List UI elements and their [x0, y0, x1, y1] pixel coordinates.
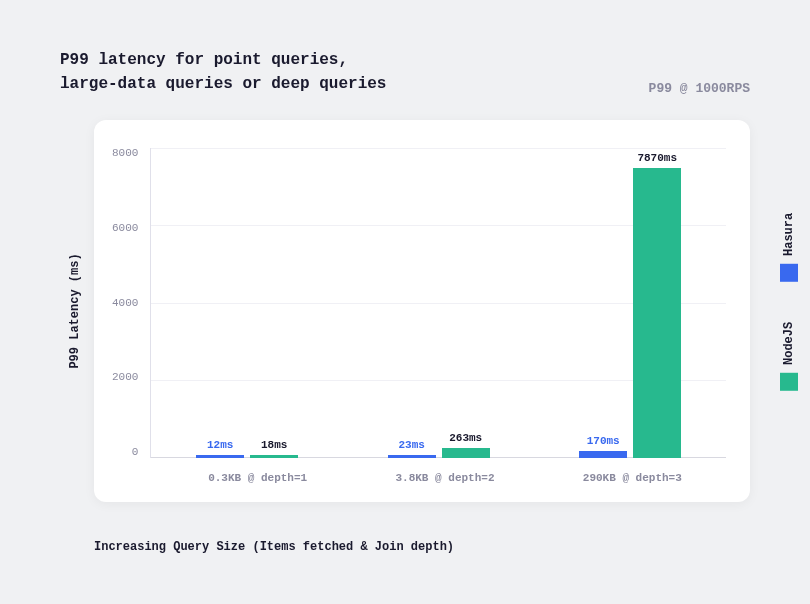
legend: Hasura NodeJS [780, 213, 798, 391]
bar-value-label: 263ms [449, 432, 482, 444]
bar-value-label: 7870ms [637, 152, 677, 164]
bar-hasura [388, 455, 436, 458]
bar-groups: 12ms18ms23ms263ms170ms7870ms [151, 148, 726, 458]
legend-item-hasura: Hasura [780, 213, 798, 282]
bar-wrap-nodejs: 18ms [250, 439, 298, 458]
bar-wrap-hasura: 12ms [196, 439, 244, 458]
bar-group: 12ms18ms [151, 439, 343, 458]
title-line-1: P99 latency for point queries, [60, 48, 386, 72]
bar-value-label: 23ms [399, 439, 425, 451]
y-tick: 8000 [112, 148, 138, 159]
title-line-2: large-data queries or deep queries [60, 72, 386, 96]
y-tick: 6000 [112, 223, 138, 234]
y-axis-label-container: P99 Latency (ms) [60, 304, 90, 318]
legend-label-nodejs: NodeJS [782, 322, 796, 365]
bar-nodejs [250, 455, 298, 458]
bar-hasura [196, 455, 244, 458]
x-tick: 290KB @ depth=3 [539, 472, 726, 484]
bar-group: 170ms7870ms [534, 152, 726, 458]
y-tick: 0 [132, 447, 139, 458]
bar-hasura [579, 451, 627, 458]
chart-header: P99 latency for point queries, large-dat… [60, 48, 750, 96]
x-tick: 0.3KB @ depth=1 [164, 472, 351, 484]
legend-swatch-nodejs [780, 373, 798, 391]
bar-wrap-hasura: 23ms [388, 439, 436, 458]
x-axis-label: Increasing Query Size (Items fetched & J… [94, 540, 750, 554]
bar-value-label: 18ms [261, 439, 287, 451]
bars-container: 12ms18ms23ms263ms170ms7870ms [150, 148, 726, 458]
bar-wrap-nodejs: 7870ms [633, 152, 681, 458]
bar-wrap-nodejs: 263ms [442, 432, 490, 458]
legend-item-nodejs: NodeJS [780, 322, 798, 391]
chart-subtitle: P99 @ 1000RPS [649, 81, 750, 96]
bar-value-label: 12ms [207, 439, 233, 451]
plot-area: 8000 6000 4000 2000 0 12ms18ms23ms263ms1… [112, 148, 726, 458]
y-tick: 4000 [112, 298, 138, 309]
bar-group: 23ms263ms [343, 432, 535, 458]
legend-label-hasura: Hasura [782, 213, 796, 256]
chart-main: P99 Latency (ms) 8000 6000 4000 2000 0 [60, 120, 750, 502]
bar-nodejs [442, 448, 490, 458]
y-tick: 2000 [112, 372, 138, 383]
chart-card: P99 latency for point queries, large-dat… [0, 0, 810, 604]
bar-value-label: 170ms [587, 435, 620, 447]
y-axis-ticks: 8000 6000 4000 2000 0 [112, 148, 150, 458]
legend-swatch-hasura [780, 264, 798, 282]
bar-nodejs [633, 168, 681, 458]
x-tick: 3.8KB @ depth=2 [351, 472, 538, 484]
bar-wrap-hasura: 170ms [579, 435, 627, 458]
chart-title: P99 latency for point queries, large-dat… [60, 48, 386, 96]
y-axis-label: P99 Latency (ms) [68, 253, 82, 368]
x-axis-ticks: 0.3KB @ depth=13.8KB @ depth=2290KB @ de… [164, 472, 726, 484]
chart-panel: 8000 6000 4000 2000 0 12ms18ms23ms263ms1… [94, 120, 750, 502]
